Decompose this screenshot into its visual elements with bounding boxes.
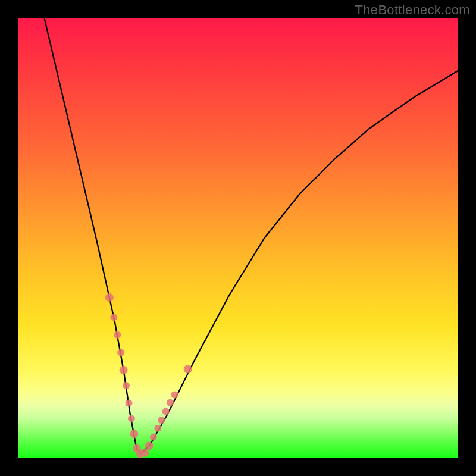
- marker-point: [184, 365, 192, 374]
- marker-point: [150, 433, 157, 440]
- marker-point: [162, 408, 170, 415]
- curve-layer: [18, 18, 458, 458]
- marker-point: [110, 314, 117, 321]
- marker-point: [125, 400, 132, 407]
- marker-point: [123, 382, 130, 389]
- marker-point: [130, 430, 138, 438]
- chart-frame: TheBottleneck.com: [0, 0, 476, 476]
- marker-point: [120, 366, 128, 374]
- marker-point: [140, 449, 149, 457]
- marker-point: [171, 391, 178, 398]
- watermark-text: TheBottleneck.com: [355, 2, 470, 18]
- marker-point: [154, 425, 161, 432]
- marker-point: [114, 331, 121, 339]
- plot-area: [18, 18, 458, 458]
- bottleneck-curve: [44, 18, 458, 454]
- marker-point: [128, 415, 135, 422]
- marker-cluster: [105, 293, 192, 458]
- marker-point: [105, 293, 114, 302]
- marker-point: [117, 349, 124, 356]
- marker-point: [145, 441, 154, 450]
- marker-point: [158, 416, 165, 424]
- marker-point: [167, 399, 174, 406]
